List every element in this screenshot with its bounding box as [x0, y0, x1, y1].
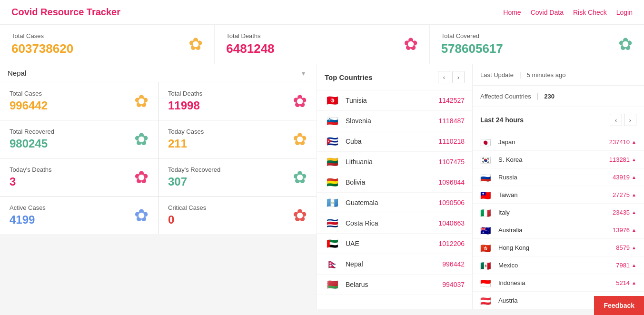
country-todays-deaths-value: 3 [10, 175, 51, 188]
last24-value-1: 113281 [609, 156, 630, 163]
feedback-button[interactable]: Feedback [594, 296, 644, 309]
last24-header: Last 24 hours ‹ › [473, 107, 644, 133]
last24-value-6: 8579 [616, 244, 630, 251]
last24-up-arrow-3: ▲ [632, 192, 636, 197]
country-todays-recovered-label: Today's Recovered [168, 166, 220, 173]
separator: | [519, 71, 521, 79]
top-countries-prev[interactable]: ‹ [438, 71, 450, 83]
country-name-6: Costa Rica [346, 219, 438, 227]
top-country-item: 🇱🇹 Lithuania 1107475 [317, 152, 472, 172]
last24-up-arrow-5: ▲ [632, 227, 636, 233]
global-total-covered-value: 578605617 [441, 41, 503, 56]
last24-up-arrow-4: ▲ [632, 210, 636, 215]
last24-flag-0: 🇯🇵 [480, 138, 493, 146]
country-name-7: UAE [346, 240, 438, 247]
last24-item: 🇷🇺 Russia 43919 ▲ [473, 168, 644, 186]
last24-item: 🇹🇼 Taiwan 27275 ▲ [473, 186, 644, 204]
country-name-8: Nepal [346, 260, 442, 268]
country-cases-0: 1142527 [438, 97, 465, 104]
country-todays-recovered-card: Today's Recovered 307 ✿ [159, 158, 317, 196]
last24-list: 🇯🇵 Japan 237410 ▲ 🇰🇷 S. Korea 113281 ▲ 🇷… [473, 133, 644, 309]
virus-icon-green-global: ✿ [618, 34, 633, 54]
country-flag-9: 🇧🇾 [325, 279, 340, 290]
last24-country-4: Italy [498, 209, 613, 216]
country-flag-8: 🇳🇵 [325, 259, 340, 269]
last24-value-0: 237410 [609, 138, 630, 146]
last24-item: 🇮🇹 Italy 23435 ▲ [473, 204, 644, 221]
country-total-deaths-card: Total Deaths 11998 ✿ [159, 82, 317, 120]
country-total-cases-value: 996442 [10, 99, 48, 112]
country-flag-3: 🇱🇹 [325, 157, 340, 167]
last24-flag-4: 🇮🇹 [480, 208, 493, 217]
country-name-0: Tunisia [346, 97, 438, 104]
country-todays-recovered-value: 307 [168, 175, 220, 188]
country-total-recovered-card: Total Recovered 980245 ✿ [0, 120, 158, 158]
country-flag-5: 🇬🇹 [325, 197, 340, 208]
country-name-9: Belarus [346, 281, 442, 288]
last24-flag-2: 🇷🇺 [480, 173, 493, 181]
top-countries-panel: Top Countries ‹ › 🇹🇳 Tunisia 1142527 🇸🇮 … [317, 64, 473, 309]
country-cases-2: 1110218 [438, 138, 465, 145]
right-panel: Last Update | 5 minutes ago Affected Cou… [473, 64, 644, 309]
country-flag-7: 🇦🇪 [325, 238, 340, 249]
global-total-covered-label: Total Covered [441, 32, 503, 39]
last24-flag-3: 🇹🇼 [480, 190, 493, 199]
country-flag-6: 🇨🇷 [325, 218, 340, 228]
country-total-deaths-value: 11998 [168, 99, 202, 112]
country-stats-grid: Total Cases 996442 ✿ Total Deaths 11998 … [0, 82, 317, 234]
last24-country-8: Indonesia [498, 279, 616, 286]
separator2: | [537, 92, 539, 100]
top-countries-list: 🇹🇳 Tunisia 1142527 🇸🇮 Slovenia 1118487 🇨… [317, 90, 472, 295]
last24-country-3: Taiwan [498, 191, 613, 198]
last24-item: 🇲🇽 Mexico 7981 ▲ [473, 256, 644, 274]
top-country-item: 🇹🇳 Tunisia 1142527 [317, 90, 472, 111]
last24-flag-5: 🇦🇺 [480, 226, 493, 234]
last24-item: 🇯🇵 Japan 237410 ▲ [473, 133, 644, 151]
virus-icon-tdd: ✿ [134, 167, 149, 187]
affected-countries-count: 230 [544, 93, 555, 100]
left-panel: Nepal Total Cases 996442 ✿ Total Deaths … [0, 64, 317, 309]
virus-icon-yellow: ✿ [188, 34, 203, 54]
virus-icon-tc: ✿ [134, 91, 149, 111]
nav-home[interactable]: Home [503, 9, 521, 16]
country-name-1: Slovenia [346, 117, 438, 125]
nav-covid-data[interactable]: Covid Data [531, 9, 564, 16]
top-country-item: 🇬🇹 Guatemala 1090506 [317, 193, 472, 213]
country-todays-deaths-label: Today's Deaths [10, 166, 51, 173]
country-flag-2: 🇨🇺 [325, 136, 340, 147]
last24-country-7: Mexico [498, 262, 616, 269]
country-select-input[interactable]: Nepal [8, 69, 309, 77]
nav-risk-check[interactable]: Risk Check [573, 9, 607, 16]
last24-prev[interactable]: ‹ [610, 114, 622, 126]
last24-item: 🇮🇩 Indonesia 5214 ▲ [473, 274, 644, 292]
global-total-covered-card: Total Covered 578605617 ✿ [430, 25, 644, 64]
last24-value-4: 23435 [613, 209, 630, 216]
nav-login[interactable]: Login [616, 9, 633, 16]
virus-icon-tdr: ✿ [293, 167, 307, 187]
last-update-label: Last Update [480, 71, 514, 79]
top-country-item: 🇨🇺 Cuba 1110218 [317, 131, 472, 152]
country-cases-6: 1040663 [438, 219, 465, 227]
nav-menu: Home Covid Data Risk Check Login [503, 9, 633, 16]
country-today-cases-card: Today Cases 211 ✿ [159, 120, 317, 158]
top-countries-next[interactable]: › [452, 71, 465, 83]
country-cases-8: 996442 [442, 260, 465, 268]
global-total-deaths-value: 6481248 [226, 41, 274, 56]
last24-up-arrow-1: ▲ [632, 157, 636, 162]
last24-next[interactable]: › [624, 114, 636, 126]
affected-countries-row: Affected Countries | 230 [473, 86, 644, 107]
top-country-item: 🇧🇴 Bolivia 1096844 [317, 172, 472, 193]
last24-flag-8: 🇮🇩 [480, 278, 493, 287]
country-active-cases-value: 4199 [10, 213, 46, 226]
country-selector[interactable]: Nepal [0, 64, 317, 82]
last24-nav: ‹ › [610, 114, 636, 126]
virus-icon-ac: ✿ [134, 206, 149, 226]
last24-value-7: 7981 [616, 262, 630, 269]
last24-country-5: Australia [498, 226, 613, 234]
country-cases-5: 1090506 [438, 199, 465, 207]
last-update-time: 5 minutes ago [527, 71, 566, 79]
last24-item: 🇭🇰 Hong Kong 8579 ▲ [473, 239, 644, 256]
global-total-cases-value: 603738620 [11, 41, 73, 56]
top-countries-header: Top Countries ‹ › [317, 64, 472, 90]
global-total-deaths-label: Total Deaths [226, 32, 274, 39]
